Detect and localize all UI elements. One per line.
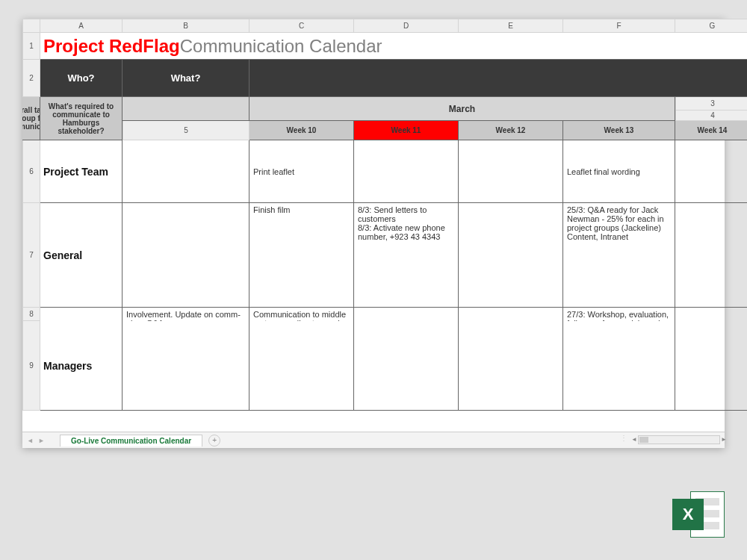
cell-g7[interactable] [675,203,747,308]
cell-f7[interactable]: 25/3: Q&A ready for Jack Newman - 25% fo… [563,203,675,308]
header-dark-span[interactable] [249,60,747,97]
horizontal-scrollbar[interactable]: ◄ ► [638,435,720,444]
col-header-e[interactable]: E [459,19,563,33]
column-headers-row: A B C D E F G [22,19,725,32]
cell-c6[interactable]: Print leaflet [249,140,354,203]
grid-body: 1 Project RedFlag Communication Calendar… [22,32,725,432]
col-header-g[interactable]: G [675,19,747,33]
subheader-required[interactable]: What's required to communicate to Hambur… [40,97,123,140]
tab-prev-icon[interactable]: ◄ [27,437,34,444]
cell-d9[interactable] [354,321,459,411]
col-header-f[interactable]: F [563,19,675,33]
week-11[interactable]: Week 11 [354,121,459,140]
month-header-tail[interactable] [123,97,249,121]
cell-c9[interactable] [249,321,354,411]
subheader-target[interactable]: Overall target group for communication [22,97,40,140]
week-13[interactable]: Week 13 [563,121,675,140]
cell-e7[interactable] [459,203,563,308]
sheet-tab-active[interactable]: Go-Live Communication Calendar [60,435,202,447]
cell-f8[interactable]: 27/3: Workshop, evaluation, follow-up fo… [563,308,675,321]
header-who[interactable]: Who? [40,60,123,97]
cell-d6[interactable] [354,140,459,203]
title-red-part: Project RedFlag [43,36,180,57]
title-cell[interactable]: Project RedFlag Communication Calendar [40,33,747,60]
excel-icon-badge: X [672,499,704,530]
sheet-tab-bar: ◄ ► Go-Live Communication Calendar + ⋮ ◄… [22,432,725,448]
week-14[interactable]: Week 14 [675,121,747,140]
month-header[interactable]: March [249,97,675,121]
row-header-5[interactable]: 5 [123,121,249,140]
week-10[interactable]: Week 10 [249,121,354,140]
cell-e6[interactable] [459,140,563,203]
tab-next-icon[interactable]: ► [38,437,45,444]
excel-app-icon: X [672,491,725,538]
row-header-2[interactable]: 2 [22,60,40,97]
header-what[interactable]: What? [123,60,249,97]
cell-g9[interactable] [675,321,747,411]
cell-d7[interactable]: 8/3: Send letters to customers 8/3: Acti… [354,203,459,308]
cell-g8[interactable] [675,308,747,321]
cell-a9[interactable]: Managers [40,321,123,411]
cell-d8[interactable] [354,308,459,321]
row-header-1[interactable]: 1 [22,33,40,60]
cell-e8[interactable] [459,308,563,321]
cell-f6[interactable]: Leaflet final wording [563,140,675,203]
add-sheet-button[interactable]: + [208,435,220,447]
cell-g6[interactable] [675,140,747,203]
cell-b8[interactable]: Involvement. Update on comm-plan. Q&As [123,308,249,321]
tab-scroll-separator: ⋮ [620,434,627,442]
row-header-4[interactable]: 4 [675,111,747,121]
title-grey-part: Communication Calendar [180,36,382,57]
select-all-corner[interactable] [22,19,40,33]
cell-b7[interactable] [123,203,249,308]
tab-nav-arrows[interactable]: ◄ ► [22,437,60,444]
cell-a7[interactable]: General [40,203,123,308]
cell-e9[interactable] [459,321,563,411]
excel-icon-letter: X [683,505,694,524]
cell-c7[interactable]: Finish film [249,203,354,308]
scroll-right-icon[interactable]: ► [721,436,727,443]
cell-b6[interactable] [123,140,249,203]
cell-a6[interactable]: Project Team [40,140,123,203]
cell-f9[interactable] [563,321,675,411]
week-12[interactable]: Week 12 [459,121,563,140]
col-header-a[interactable]: A [40,19,123,33]
scroll-left-icon[interactable]: ◄ [631,436,637,443]
cell-a8[interactable] [40,308,123,321]
row-header-7[interactable]: 7 [22,203,40,308]
cell-b9[interactable] [123,321,249,411]
row-header-9[interactable]: 9 [22,321,40,411]
row-header-3[interactable]: 3 [675,97,747,111]
row-header-6[interactable]: 6 [22,140,40,203]
horizontal-scroll-thumb[interactable] [639,437,648,443]
spreadsheet-window: A B C D E F G 1 Project RedFlag Communic… [22,19,725,448]
col-header-d[interactable]: D [354,19,459,33]
cell-c8[interactable]: Communication to middle mgt - according … [249,308,354,321]
row-header-8[interactable]: 8 [22,308,40,321]
col-header-b[interactable]: B [123,19,249,33]
col-header-c[interactable]: C [249,19,354,33]
